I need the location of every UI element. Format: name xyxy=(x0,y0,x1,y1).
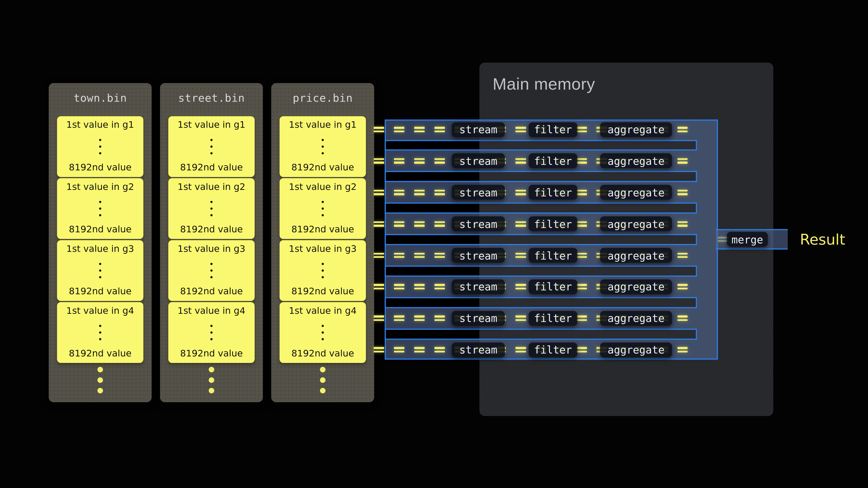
file-name-label: street.bin xyxy=(160,92,263,105)
stream-operator-box: stream xyxy=(452,217,505,231)
file-name-label: price.bin xyxy=(271,92,374,105)
card-last-value: 8192nd value xyxy=(291,163,354,172)
card-first-value: 1st value in g3 xyxy=(289,244,356,254)
group-card: 1st value in g18192nd value xyxy=(168,116,255,177)
card-first-value: 1st value in g2 xyxy=(178,182,245,192)
aggregate-operator-box: aggregate xyxy=(600,122,672,137)
card-ellipsis-icon xyxy=(99,138,101,154)
card-last-value: 8192nd value xyxy=(69,349,132,358)
stream-operator-box: stream xyxy=(452,311,505,326)
card-last-value: 8192nd value xyxy=(180,349,243,358)
card-ellipsis-icon xyxy=(210,138,212,154)
pipeline-gap-window xyxy=(384,328,697,339)
pipeline-gap-window xyxy=(384,297,697,308)
card-last-value: 8192nd value xyxy=(69,163,132,172)
pipeline-gap-window xyxy=(384,171,697,182)
card-last-value: 8192nd value xyxy=(69,225,132,234)
stream-operator-box: stream xyxy=(452,185,505,200)
card-last-value: 8192nd value xyxy=(180,287,243,296)
card-ellipsis-icon xyxy=(210,325,212,340)
filter-operator-box: filter xyxy=(529,342,578,357)
filter-operator-box: filter xyxy=(529,279,578,294)
card-first-value: 1st value in g2 xyxy=(289,182,356,192)
filter-operator-box: filter xyxy=(529,248,578,263)
aggregate-operator-box: aggregate xyxy=(600,154,672,168)
card-last-value: 8192nd value xyxy=(180,163,243,172)
card-first-value: 1st value in g3 xyxy=(178,244,245,254)
pipeline-gap-window xyxy=(384,203,697,214)
main-memory-title: Main memory xyxy=(493,75,595,94)
filter-operator-box: filter xyxy=(529,122,578,137)
card-first-value: 1st value in g1 xyxy=(66,120,134,130)
group-cards: 1st value in g18192nd value1st value in … xyxy=(168,116,255,363)
group-card: 1st value in g28192nd value xyxy=(168,178,255,239)
card-first-value: 1st value in g3 xyxy=(66,244,134,254)
aggregate-operator-box: aggregate xyxy=(600,185,672,200)
aggregate-operator-box: aggregate xyxy=(600,217,672,231)
card-ellipsis-icon xyxy=(210,200,212,216)
card-first-value: 1st value in g2 xyxy=(66,182,134,192)
group-card: 1st value in g18192nd value xyxy=(279,116,366,177)
card-last-value: 8192nd value xyxy=(180,225,243,234)
file-panel-street: street.bin 1st value in g18192nd value1s… xyxy=(160,83,263,402)
more-groups-ellipsis-icon xyxy=(271,367,374,393)
filter-operator-box: filter xyxy=(529,217,578,231)
more-groups-ellipsis-icon xyxy=(49,367,152,393)
aggregate-operator-box: aggregate xyxy=(600,279,672,294)
card-ellipsis-icon xyxy=(322,262,324,278)
card-first-value: 1st value in g1 xyxy=(289,120,356,130)
file-panel-price: price.bin 1st value in g18192nd value1st… xyxy=(271,83,374,402)
group-card: 1st value in g28192nd value xyxy=(57,178,143,239)
aggregate-operator-box: aggregate xyxy=(600,342,672,357)
card-last-value: 8192nd value xyxy=(69,287,132,296)
result-label: Result xyxy=(800,231,845,248)
filter-operator-box: filter xyxy=(529,154,578,168)
stream-operator-box: stream xyxy=(452,248,505,263)
filter-operator-box: filter xyxy=(529,311,578,326)
card-last-value: 8192nd value xyxy=(291,349,354,358)
card-ellipsis-icon xyxy=(99,325,101,340)
group-card: 1st value in g38192nd value xyxy=(279,240,366,301)
filter-operator-box: filter xyxy=(529,185,578,200)
group-card: 1st value in g18192nd value xyxy=(57,116,143,177)
card-first-value: 1st value in g1 xyxy=(178,120,245,130)
group-card: 1st value in g38192nd value xyxy=(57,240,143,301)
card-first-value: 1st value in g4 xyxy=(178,306,245,316)
card-last-value: 8192nd value xyxy=(291,225,354,234)
streaming-aggregation-diagram: town.bin 1st value in g18192nd value1st … xyxy=(0,0,868,488)
card-ellipsis-icon xyxy=(99,262,101,278)
card-ellipsis-icon xyxy=(322,325,324,340)
card-first-value: 1st value in g4 xyxy=(66,306,134,316)
pipeline-gap-window xyxy=(384,140,697,151)
card-ellipsis-icon xyxy=(322,138,324,154)
group-card: 1st value in g48192nd value xyxy=(57,302,143,363)
card-first-value: 1st value in g4 xyxy=(289,306,356,316)
card-last-value: 8192nd value xyxy=(291,287,354,296)
stream-operator-box: stream xyxy=(452,342,505,357)
group-card: 1st value in g38192nd value xyxy=(168,240,255,301)
group-card: 1st value in g48192nd value xyxy=(168,302,255,363)
merge-operator-box: merge xyxy=(727,232,768,247)
card-ellipsis-icon xyxy=(210,262,212,278)
aggregate-operator-box: aggregate xyxy=(600,311,672,326)
group-card: 1st value in g28192nd value xyxy=(279,178,366,239)
stream-operator-box: stream xyxy=(452,279,505,294)
group-card: 1st value in g48192nd value xyxy=(279,302,366,363)
group-cards: 1st value in g18192nd value1st value in … xyxy=(57,116,143,363)
stream-operator-box: stream xyxy=(452,154,505,168)
file-panel-town: town.bin 1st value in g18192nd value1st … xyxy=(49,83,152,402)
pipeline-gap-window xyxy=(384,266,697,276)
card-ellipsis-icon xyxy=(99,200,101,216)
more-groups-ellipsis-icon xyxy=(160,367,263,393)
stream-operator-box: stream xyxy=(452,122,505,137)
card-ellipsis-icon xyxy=(322,200,324,216)
aggregate-operator-box: aggregate xyxy=(600,248,672,263)
group-cards: 1st value in g18192nd value1st value in … xyxy=(279,116,366,363)
file-name-label: town.bin xyxy=(49,92,152,105)
pipeline-gap-window xyxy=(384,234,697,245)
